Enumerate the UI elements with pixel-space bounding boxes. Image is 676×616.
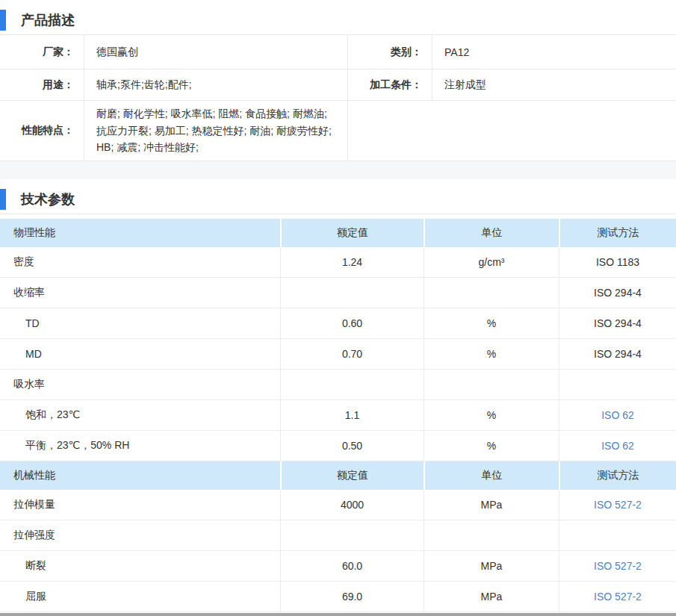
test-method-link[interactable]: ISO 527-2: [559, 582, 676, 612]
property-name: 收缩率: [0, 278, 280, 308]
col-header-unit: 单位: [424, 219, 559, 247]
property-name: 饱和，23℃: [0, 400, 280, 431]
test-method-link[interactable]: ISO 527-2: [559, 490, 676, 520]
table-row-shrinkage-md: MD 0.70 % ISO 294-4: [0, 339, 676, 370]
col-header-test-method: 测试方法: [559, 461, 676, 490]
property-unit: [424, 278, 559, 308]
section-product-description: 产品描述 厂家： 德国赢创 类别： PA12 用途： 轴承;泵件;齿轮;配件; …: [0, 0, 676, 161]
property-value: 0.50: [280, 431, 424, 461]
table-row-saturation: 饱和，23℃ 1.1 % ISO 62: [0, 400, 676, 431]
property-value: [280, 370, 424, 400]
property-value: 4000: [280, 490, 424, 520]
group-header-mechanical: 机械性能: [0, 461, 280, 490]
manufacturer-label: 厂家：: [0, 35, 84, 69]
processing-label: 加工条件：: [347, 69, 432, 101]
section-title-description: 产品描述: [21, 10, 75, 31]
usage-value: 轴承;泵件;齿轮;配件;: [84, 69, 347, 101]
test-method-link[interactable]: ISO 527-2: [559, 551, 676, 582]
table-row-tensile-strength: 拉伸强度: [0, 520, 676, 551]
property-unit: %: [424, 400, 559, 431]
table-row-water-absorption: 吸水率: [0, 370, 676, 400]
property-method: ISO 1183: [559, 247, 676, 278]
property-unit: %: [424, 339, 559, 370]
property-unit: MPa: [424, 582, 559, 612]
physical-properties-table: 物理性能 额定值 单位 测试方法 密度 1.24 g/cm³ ISO 1183 …: [0, 219, 676, 461]
table-row-equilibrium: 平衡，23℃，50% RH 0.50 % ISO 62: [0, 431, 676, 461]
category-label: 类别：: [347, 35, 432, 69]
table-row-shrinkage: 收缩率 ISO 294-4: [0, 278, 676, 308]
property-value: 69.0: [280, 582, 424, 612]
features-label: 性能特点：: [0, 101, 84, 161]
property-value: 0.60: [280, 308, 424, 339]
table-row-density: 密度 1.24 g/cm³ ISO 1183: [0, 247, 676, 278]
property-unit: [424, 520, 559, 551]
table-row-yield: 屈服 69.0 MPa ISO 527-2: [0, 582, 676, 612]
property-method: ISO 294-4: [559, 278, 676, 308]
empty-cell: [347, 101, 676, 161]
product-spec-page: 产品描述 厂家： 德国赢创 类别： PA12 用途： 轴承;泵件;齿轮;配件; …: [0, 0, 676, 616]
property-value: [280, 520, 424, 551]
property-unit: g/cm³: [424, 247, 559, 278]
manufacturer-value: 德国赢创: [84, 35, 347, 69]
property-name: 吸水率: [0, 370, 280, 400]
property-method: ISO 294-4: [559, 308, 676, 339]
table-header-row: 机械性能 额定值 单位 测试方法: [0, 461, 676, 490]
property-name: 断裂: [0, 551, 280, 582]
mechanical-properties-table: 机械性能 额定值 单位 测试方法 拉伸模量 4000 MPa ISO 527-2…: [0, 461, 676, 612]
table-row-break: 断裂 60.0 MPa ISO 527-2: [0, 551, 676, 582]
property-method: [559, 520, 676, 551]
property-name: 屈服: [0, 582, 280, 612]
property-unit: MPa: [424, 490, 559, 520]
property-name: 平衡，23℃，50% RH: [0, 431, 280, 461]
property-unit: %: [424, 308, 559, 339]
table-row-tensile-modulus: 拉伸模量 4000 MPa ISO 527-2: [0, 490, 676, 520]
horizontal-scrollbar[interactable]: [0, 613, 676, 616]
property-value: 60.0: [280, 551, 424, 582]
property-unit: [424, 370, 559, 400]
property-name: 密度: [0, 247, 280, 278]
property-name: 拉伸模量: [0, 490, 280, 520]
col-header-rated-value: 额定值: [280, 219, 424, 247]
test-method-link[interactable]: ISO 62: [559, 431, 676, 461]
property-name: 拉伸强度: [0, 520, 280, 551]
table-header-row: 物理性能 额定值 单位 测试方法: [0, 219, 676, 247]
product-description-header: 产品描述: [0, 0, 676, 35]
property-method: [559, 370, 676, 400]
accent-bar: [0, 189, 6, 210]
col-header-rated-value: 额定值: [280, 461, 424, 490]
col-header-test-method: 测试方法: [559, 219, 676, 247]
property-name: TD: [0, 308, 280, 339]
property-unit: %: [424, 431, 559, 461]
usage-label: 用途：: [0, 69, 84, 101]
col-header-unit: 单位: [424, 461, 559, 490]
property-value: 1.1: [280, 400, 424, 431]
property-value: 0.70: [280, 339, 424, 370]
section-tech-params: 技术参数 物理性能 额定值 单位 测试方法 密度 1.24 g/cm³ ISO …: [0, 179, 676, 612]
property-value: [280, 278, 424, 308]
section-title-tech: 技术参数: [21, 189, 75, 210]
property-name: MD: [0, 339, 280, 370]
accent-bar: [0, 10, 6, 31]
features-value: 耐磨; 耐化学性; 吸水率低; 阻燃; 食品接触; 耐燃油; 抗应力开裂; 易加…: [84, 101, 347, 161]
table-row-shrinkage-td: TD 0.60 % ISO 294-4: [0, 308, 676, 339]
test-method-link[interactable]: ISO 62: [559, 400, 676, 431]
category-value: PA12: [432, 35, 676, 69]
property-unit: MPa: [424, 551, 559, 582]
tech-params-header: 技术参数: [0, 179, 676, 214]
property-value: 1.24: [280, 247, 424, 278]
property-method: ISO 294-4: [559, 339, 676, 370]
processing-value: 注射成型: [432, 69, 676, 101]
product-description-table: 厂家： 德国赢创 类别： PA12 用途： 轴承;泵件;齿轮;配件; 加工条件：…: [0, 35, 676, 161]
section-divider: [0, 161, 676, 179]
group-header-physical: 物理性能: [0, 219, 280, 247]
